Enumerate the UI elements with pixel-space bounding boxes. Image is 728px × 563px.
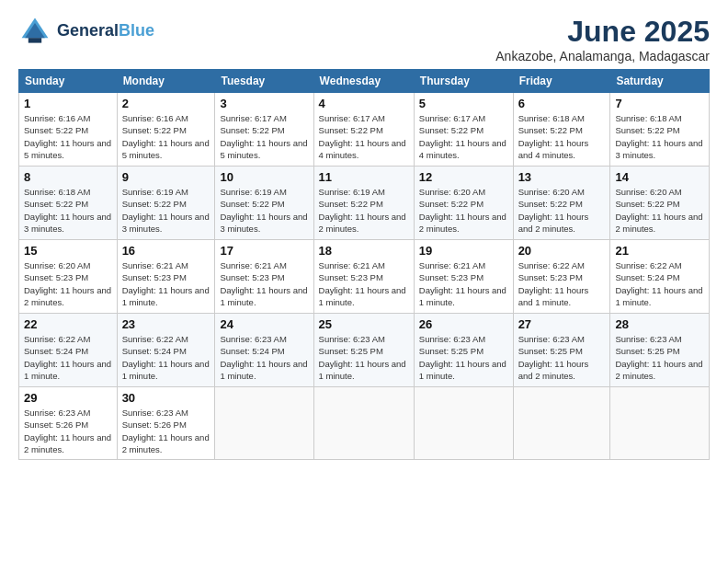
day-number: 15 xyxy=(24,244,112,258)
day-info: Sunrise: 6:17 AMSunset: 5:22 PMDaylight:… xyxy=(319,112,409,161)
calendar-cell: 17Sunrise: 6:21 AMSunset: 5:23 PMDayligh… xyxy=(215,240,313,314)
day-info: Sunrise: 6:17 AMSunset: 5:22 PMDaylight:… xyxy=(220,112,308,161)
calendar-cell: 26Sunrise: 6:23 AMSunset: 5:25 PMDayligh… xyxy=(414,314,513,387)
day-info: Sunrise: 6:22 AMSunset: 5:24 PMDaylight:… xyxy=(122,333,210,382)
day-number: 12 xyxy=(419,170,508,184)
calendar-week-row: 1Sunrise: 6:16 AMSunset: 5:22 PMDaylight… xyxy=(19,93,710,167)
calendar-cell: 6Sunrise: 6:18 AMSunset: 5:22 PMDaylight… xyxy=(513,93,610,167)
day-number: 16 xyxy=(122,244,210,258)
calendar-weekday-monday: Monday xyxy=(117,70,215,93)
day-number: 14 xyxy=(615,170,704,184)
title-block: June 2025 Ankazobe, Analamanga, Madagasc… xyxy=(495,15,710,63)
day-info: Sunrise: 6:16 AMSunset: 5:22 PMDaylight:… xyxy=(24,112,112,161)
calendar-cell: 23Sunrise: 6:22 AMSunset: 5:24 PMDayligh… xyxy=(117,314,215,387)
day-info: Sunrise: 6:21 AMSunset: 5:23 PMDaylight:… xyxy=(122,259,210,308)
calendar-weekday-friday: Friday xyxy=(513,70,610,93)
day-number: 20 xyxy=(518,244,606,258)
day-info: Sunrise: 6:21 AMSunset: 5:23 PMDaylight:… xyxy=(220,259,308,308)
calendar-cell: 28Sunrise: 6:23 AMSunset: 5:25 PMDayligh… xyxy=(610,314,710,387)
day-info: Sunrise: 6:20 AMSunset: 5:23 PMDaylight:… xyxy=(24,259,112,308)
day-info: Sunrise: 6:23 AMSunset: 5:24 PMDaylight:… xyxy=(220,333,308,382)
day-info: Sunrise: 6:20 AMSunset: 5:22 PMDaylight:… xyxy=(518,186,606,235)
day-info: Sunrise: 6:20 AMSunset: 5:22 PMDaylight:… xyxy=(615,186,704,235)
day-number: 3 xyxy=(220,97,308,110)
calendar-week-row: 8Sunrise: 6:18 AMSunset: 5:22 PMDaylight… xyxy=(19,167,710,240)
day-info: Sunrise: 6:18 AMSunset: 5:22 PMDaylight:… xyxy=(24,186,112,235)
day-info: Sunrise: 6:18 AMSunset: 5:22 PMDaylight:… xyxy=(615,112,704,161)
day-info: Sunrise: 6:23 AMSunset: 5:25 PMDaylight:… xyxy=(319,333,409,382)
calendar-cell: 27Sunrise: 6:23 AMSunset: 5:25 PMDayligh… xyxy=(513,314,610,387)
day-info: Sunrise: 6:19 AMSunset: 5:22 PMDaylight:… xyxy=(122,186,210,235)
calendar-cell: 24Sunrise: 6:23 AMSunset: 5:24 PMDayligh… xyxy=(215,314,313,387)
day-info: Sunrise: 6:21 AMSunset: 5:23 PMDaylight:… xyxy=(319,259,409,308)
day-info: Sunrise: 6:20 AMSunset: 5:22 PMDaylight:… xyxy=(419,186,508,235)
day-info: Sunrise: 6:23 AMSunset: 5:25 PMDaylight:… xyxy=(615,333,704,382)
day-info: Sunrise: 6:19 AMSunset: 5:22 PMDaylight:… xyxy=(220,186,308,235)
calendar-cell: 11Sunrise: 6:19 AMSunset: 5:22 PMDayligh… xyxy=(313,167,414,240)
calendar-cell: 21Sunrise: 6:22 AMSunset: 5:24 PMDayligh… xyxy=(610,240,710,314)
day-number: 17 xyxy=(220,244,308,258)
calendar-cell: 18Sunrise: 6:21 AMSunset: 5:23 PMDayligh… xyxy=(313,240,414,314)
day-info: Sunrise: 6:19 AMSunset: 5:22 PMDaylight:… xyxy=(319,186,409,235)
calendar-week-row: 15Sunrise: 6:20 AMSunset: 5:23 PMDayligh… xyxy=(19,240,710,314)
day-info: Sunrise: 6:22 AMSunset: 5:24 PMDaylight:… xyxy=(24,333,112,382)
calendar-header-row: SundayMondayTuesdayWednesdayThursdayFrid… xyxy=(19,70,710,93)
calendar-cell: 19Sunrise: 6:21 AMSunset: 5:23 PMDayligh… xyxy=(414,240,513,314)
calendar-cell: 20Sunrise: 6:22 AMSunset: 5:23 PMDayligh… xyxy=(513,240,610,314)
calendar-cell: 7Sunrise: 6:18 AMSunset: 5:22 PMDaylight… xyxy=(610,93,710,167)
page: GeneralBlue June 2025 Ankazobe, Analaman… xyxy=(0,0,728,563)
calendar-cell: 13Sunrise: 6:20 AMSunset: 5:22 PMDayligh… xyxy=(513,167,610,240)
calendar-cell xyxy=(313,387,414,460)
day-number: 24 xyxy=(220,317,308,331)
day-number: 22 xyxy=(24,317,112,331)
month-title: June 2025 xyxy=(495,15,710,49)
day-number: 5 xyxy=(419,97,508,110)
calendar-cell: 16Sunrise: 6:21 AMSunset: 5:23 PMDayligh… xyxy=(117,240,215,314)
day-number: 7 xyxy=(615,97,704,110)
day-info: Sunrise: 6:23 AMSunset: 5:25 PMDaylight:… xyxy=(419,333,508,382)
day-number: 1 xyxy=(24,97,112,110)
calendar-cell: 25Sunrise: 6:23 AMSunset: 5:25 PMDayligh… xyxy=(313,314,414,387)
day-info: Sunrise: 6:23 AMSunset: 5:26 PMDaylight:… xyxy=(122,407,210,455)
day-number: 10 xyxy=(220,170,308,184)
calendar-weekday-saturday: Saturday xyxy=(610,70,710,93)
day-info: Sunrise: 6:16 AMSunset: 5:22 PMDaylight:… xyxy=(122,112,210,161)
header: GeneralBlue June 2025 Ankazobe, Analaman… xyxy=(18,15,710,63)
day-info: Sunrise: 6:23 AMSunset: 5:26 PMDaylight:… xyxy=(24,407,112,455)
day-number: 11 xyxy=(319,170,409,184)
day-number: 6 xyxy=(518,97,606,110)
calendar-cell: 4Sunrise: 6:17 AMSunset: 5:22 PMDaylight… xyxy=(313,93,414,167)
calendar-weekday-tuesday: Tuesday xyxy=(215,70,313,93)
calendar-cell: 12Sunrise: 6:20 AMSunset: 5:22 PMDayligh… xyxy=(414,167,513,240)
location-title: Ankazobe, Analamanga, Madagascar xyxy=(495,49,710,63)
svg-rect-2 xyxy=(28,38,41,42)
calendar-cell: 2Sunrise: 6:16 AMSunset: 5:22 PMDaylight… xyxy=(117,93,215,167)
day-number: 19 xyxy=(419,244,508,258)
day-number: 21 xyxy=(615,244,704,258)
calendar-cell: 30Sunrise: 6:23 AMSunset: 5:26 PMDayligh… xyxy=(117,387,215,460)
calendar-cell: 8Sunrise: 6:18 AMSunset: 5:22 PMDaylight… xyxy=(19,167,118,240)
day-number: 26 xyxy=(419,317,508,331)
calendar-weekday-thursday: Thursday xyxy=(414,70,513,93)
day-number: 28 xyxy=(615,317,704,331)
day-number: 29 xyxy=(24,391,112,405)
calendar-cell: 9Sunrise: 6:19 AMSunset: 5:22 PMDaylight… xyxy=(117,167,215,240)
logo: GeneralBlue xyxy=(18,15,154,48)
day-info: Sunrise: 6:18 AMSunset: 5:22 PMDaylight:… xyxy=(518,112,606,161)
day-number: 27 xyxy=(518,317,606,331)
calendar-table: SundayMondayTuesdayWednesdayThursdayFrid… xyxy=(18,69,710,460)
day-number: 8 xyxy=(24,170,112,184)
calendar-cell xyxy=(513,387,610,460)
day-number: 4 xyxy=(319,97,409,110)
day-number: 9 xyxy=(122,170,210,184)
day-number: 30 xyxy=(122,391,210,405)
calendar-cell xyxy=(610,387,710,460)
day-info: Sunrise: 6:21 AMSunset: 5:23 PMDaylight:… xyxy=(419,259,508,308)
calendar-cell: 3Sunrise: 6:17 AMSunset: 5:22 PMDaylight… xyxy=(215,93,313,167)
calendar-week-row: 22Sunrise: 6:22 AMSunset: 5:24 PMDayligh… xyxy=(19,314,710,387)
calendar-cell: 29Sunrise: 6:23 AMSunset: 5:26 PMDayligh… xyxy=(19,387,118,460)
logo-icon xyxy=(18,15,51,48)
day-info: Sunrise: 6:22 AMSunset: 5:24 PMDaylight:… xyxy=(615,259,704,308)
calendar-weekday-wednesday: Wednesday xyxy=(313,70,414,93)
day-number: 23 xyxy=(122,317,210,331)
